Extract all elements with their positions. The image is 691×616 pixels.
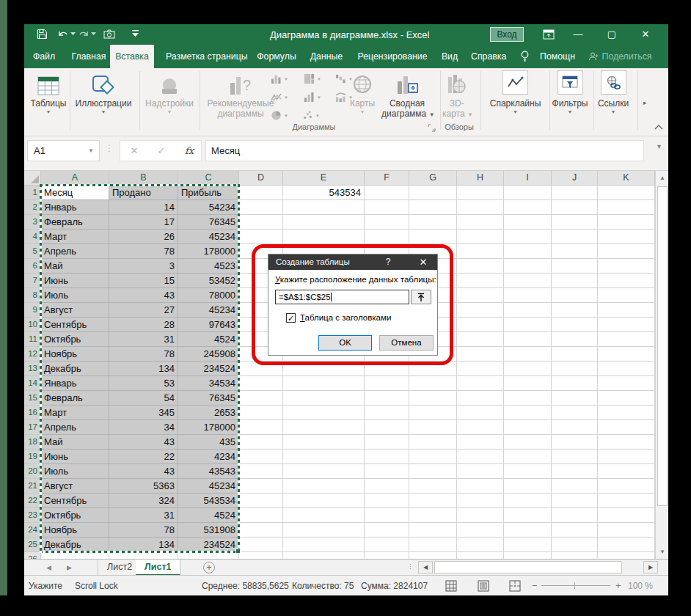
cell-A9[interactable]: Август — [41, 303, 109, 318]
cell-J15[interactable] — [552, 391, 598, 406]
cell-H14[interactable] — [457, 376, 504, 391]
cell-H16[interactable] — [457, 406, 504, 420]
cell-B11[interactable]: 31 — [109, 332, 178, 347]
cell-I2[interactable] — [504, 200, 552, 215]
cell-F1[interactable] — [365, 186, 409, 200]
row-header-22[interactable]: 22 — [24, 494, 41, 508]
insert-function-icon[interactable]: fx — [180, 141, 198, 161]
cell-E15[interactable] — [283, 391, 365, 406]
cell-E24[interactable] — [283, 523, 365, 538]
cell-H15[interactable] — [457, 391, 504, 406]
row-header-4[interactable]: 4 — [24, 230, 41, 244]
cell-J17[interactable] — [552, 420, 598, 435]
cell-G22[interactable] — [409, 494, 457, 508]
cell-H20[interactable] — [457, 464, 504, 479]
cell-E18[interactable] — [283, 435, 365, 450]
column-header-G[interactable]: G — [409, 171, 457, 186]
row-header-21[interactable]: 21 — [24, 479, 41, 494]
cell-J1[interactable] — [552, 186, 598, 200]
hscroll-left-button[interactable]: ◀ — [418, 561, 433, 573]
cell-E17[interactable] — [283, 420, 365, 435]
cell-J20[interactable] — [552, 464, 598, 479]
row-header-19[interactable]: 19 — [24, 450, 41, 464]
cell-I17[interactable] — [504, 420, 552, 435]
row-header-18[interactable]: 18 — [24, 435, 41, 450]
cell-H22[interactable] — [457, 494, 504, 508]
row-header-9[interactable]: 9 — [24, 303, 41, 318]
cell-J25[interactable] — [552, 538, 598, 552]
cell-F17[interactable] — [365, 420, 409, 435]
cell-J9[interactable] — [552, 303, 598, 318]
row-header-14[interactable]: 14 — [24, 376, 41, 391]
cell-F20[interactable] — [365, 464, 409, 479]
cell-D3[interactable] — [239, 215, 283, 230]
cell-K18[interactable] — [598, 435, 655, 450]
cell-F22[interactable] — [365, 494, 409, 508]
cell-E22[interactable] — [283, 494, 365, 508]
cell-D18[interactable] — [239, 435, 283, 450]
cell-G3[interactable] — [409, 215, 457, 230]
cell-A20[interactable]: Июль — [41, 464, 109, 479]
row-header-20[interactable]: 20 — [24, 464, 41, 479]
column-header-D[interactable]: D — [239, 171, 283, 186]
row-header-26[interactable]: 26 — [24, 552, 41, 559]
cell-K11[interactable] — [598, 332, 655, 347]
sheet-nav-right-icon[interactable]: ▶ — [67, 560, 72, 576]
cell-K26[interactable] — [598, 552, 655, 559]
cell-G20[interactable] — [409, 464, 457, 479]
formula-bar-splitter[interactable]: ⋮ — [105, 143, 114, 153]
tab-home[interactable]: Главная — [70, 45, 107, 68]
cell-E20[interactable] — [283, 464, 365, 479]
cell-H13[interactable] — [457, 362, 504, 376]
cell-F21[interactable] — [365, 479, 409, 494]
insert-hierarchy-chart-button[interactable]: ▼ — [304, 73, 321, 84]
cell-A16[interactable]: Март — [41, 406, 109, 420]
row-header-8[interactable]: 8 — [24, 288, 41, 303]
cell-G1[interactable] — [409, 186, 457, 200]
cell-H4[interactable] — [457, 230, 504, 244]
charts-dialog-launcher[interactable] — [428, 124, 436, 133]
cell-K15[interactable] — [598, 391, 655, 406]
row-header-12[interactable]: 12 — [24, 347, 41, 362]
illustrations-button[interactable]: Иллюстрации ▼ — [72, 70, 135, 115]
cell-H5[interactable] — [457, 244, 504, 259]
formula-bar-expand-icon[interactable]: ▼ — [656, 143, 662, 150]
cell-B21[interactable]: 5363 — [109, 479, 178, 494]
tab-assistant[interactable]: Помощн — [538, 45, 577, 68]
column-header-C[interactable]: C — [178, 171, 239, 186]
cell-I3[interactable] — [504, 215, 552, 230]
cell-K22[interactable] — [598, 494, 655, 508]
column-header-E[interactable]: E — [283, 171, 365, 186]
cell-H17[interactable] — [457, 420, 504, 435]
cell-D1[interactable] — [239, 186, 283, 200]
cell-A6[interactable]: Май — [41, 259, 109, 274]
cell-J21[interactable] — [552, 479, 598, 494]
horizontal-scroll-thumb[interactable] — [434, 561, 622, 573]
zoom-in-icon[interactable]: + — [615, 580, 621, 591]
cell-A12[interactable]: Ноябрь — [41, 347, 109, 362]
cell-A10[interactable]: Сентябрь — [41, 318, 109, 332]
cell-D4[interactable] — [239, 230, 283, 244]
cell-I5[interactable] — [504, 244, 552, 259]
cell-C1[interactable]: Прибыль — [178, 186, 239, 200]
cell-J19[interactable] — [552, 450, 598, 464]
cell-E2[interactable] — [283, 200, 365, 215]
cell-E3[interactable] — [283, 215, 365, 230]
cell-H9[interactable] — [457, 303, 504, 318]
cell-C9[interactable]: 45234 — [178, 303, 239, 318]
cell-J24[interactable] — [552, 523, 598, 538]
cell-A13[interactable]: Декабрь — [41, 362, 109, 376]
tab-review[interactable]: Рецензирование — [357, 45, 428, 68]
map3d-button[interactable]: 3D-карта ▼ — [442, 70, 472, 120]
row-header-3[interactable]: 3 — [24, 215, 41, 230]
column-header-H[interactable]: H — [457, 171, 504, 186]
cell-K5[interactable] — [598, 244, 655, 259]
vertical-scrollbar[interactable]: ▲ ▼ — [655, 171, 668, 559]
tabbar-splitter[interactable]: ⋮ — [407, 562, 414, 570]
cell-I19[interactable] — [504, 450, 552, 464]
cell-G23[interactable] — [409, 508, 457, 523]
cell-K17[interactable] — [598, 420, 655, 435]
cell-B24[interactable]: 78 — [109, 523, 178, 538]
cell-D19[interactable] — [239, 450, 283, 464]
cell-K13[interactable] — [598, 362, 655, 376]
